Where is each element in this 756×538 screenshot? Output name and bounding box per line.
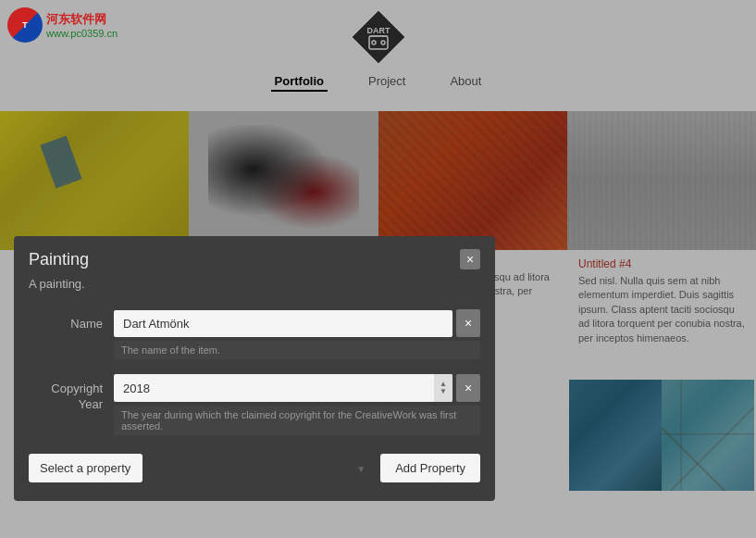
year-spinner[interactable]: ▲ ▼	[434, 374, 452, 402]
copyright-year-clear-button[interactable]: ×	[456, 374, 480, 402]
copyright-year-input-row: ▲ ▼ ×	[114, 374, 480, 402]
modal-footer: Select a property Author Description Key…	[14, 443, 495, 482]
modal-subtitle: A painting.	[14, 277, 495, 302]
painting-modal: Painting × A painting. Name × The name o…	[14, 236, 495, 501]
name-field-row: Name × The name of the item.	[14, 302, 495, 367]
name-hint: The name of the item.	[114, 341, 480, 359]
name-input[interactable]	[114, 310, 452, 337]
name-label: Name	[29, 309, 103, 331]
copyright-year-field-content: ▲ ▼ × The year during which the claimed …	[114, 374, 480, 435]
add-property-button[interactable]: Add Property	[380, 454, 480, 482]
watermark-logo-text: T	[22, 20, 28, 30]
modal-close-button[interactable]: ×	[460, 249, 480, 269]
modal-title: Painting	[29, 250, 89, 269]
watermark-logo: T	[7, 7, 43, 43]
watermark-url: www.pc0359.cn	[46, 28, 118, 39]
year-input-wrapper: ▲ ▼	[114, 374, 452, 402]
watermark: T 河东软件网 www.pc0359.cn	[7, 7, 118, 43]
copyright-year-hint: The year during which the claimed copyri…	[114, 406, 480, 435]
watermark-brand: 河东软件网	[46, 11, 118, 28]
name-field-content: × The name of the item.	[114, 309, 480, 359]
name-input-row: ×	[114, 309, 480, 337]
copyright-year-field-row: Copyright Year ▲ ▼ × The year during whi…	[14, 367, 495, 443]
copyright-year-label: Copyright Year	[29, 374, 103, 413]
select-property[interactable]: Select a property Author Description Key…	[29, 454, 143, 482]
select-property-wrapper: Select a property Author Description Key…	[29, 454, 373, 482]
modal-header: Painting ×	[14, 236, 495, 277]
copyright-year-input[interactable]	[114, 375, 434, 402]
name-clear-button[interactable]: ×	[456, 309, 480, 337]
